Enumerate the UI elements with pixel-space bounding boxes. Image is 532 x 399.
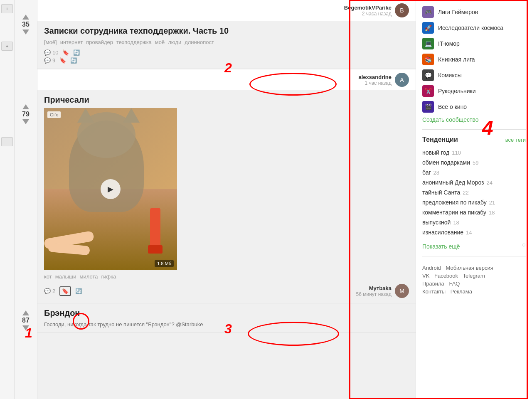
tag-people[interactable]: люди [168,39,181,45]
post-2-repost-btn[interactable]: 🔄 [75,288,82,294]
post-2-footer: 💬 2 🔖 🔄 Мутbaka 56 минут на [44,284,409,298]
community-name-comics: Комиксы [438,72,462,79]
post-1-repost-btn[interactable]: 🔄 [73,49,80,56]
post-1-save-btn[interactable]: 🔖 [62,49,69,56]
vote-up-2[interactable] [22,104,29,109]
footer-android[interactable]: Android [422,265,441,271]
repost-icon-1: 🔄 [73,49,80,56]
community-item-space[interactable]: 🚀 Исследователи космоса [422,20,526,36]
tag-gif[interactable]: гифка [101,273,116,280]
post-2-actions: 💬 2 🔖 🔄 [44,286,82,296]
post-2-author-name-top[interactable]: alexsandrine [359,74,392,80]
tag-babies[interactable]: малыши [55,273,76,280]
post-2-author-top: alexsandrine 1 час назад A [359,73,409,87]
trend-proposals[interactable]: предложения по пикабу 21 [422,197,526,207]
tag-longpost[interactable]: длиннопост [185,39,214,45]
vote-group-1: 35 [22,15,30,34]
tag-cute[interactable]: милота [80,273,98,280]
post-2-author-top-row: alexsandrine 1 час назад A [37,69,416,90]
vote-down-3[interactable] [22,325,29,330]
posts-column: 35 79 87 Begemotik [15,0,416,399]
footer-facebook[interactable]: Facebook [434,273,458,279]
post-1-author-name[interactable]: BegemotikVParike [344,5,392,11]
trends-header: Тенденции все теги [422,136,526,143]
trend-name-santa: тайный Санта [422,189,460,196]
play-button[interactable]: ▶ [101,179,121,199]
save-icon-2: 🔖 [62,288,69,294]
footer-rules[interactable]: Правила [422,281,444,287]
community-item-comics[interactable]: 💬 Комиксы [422,67,526,83]
community-icon-it: 💻 [422,38,434,49]
post-1-comments-btn-2[interactable]: 💬 9 [44,57,55,64]
footer-row-1: Android Мобильная версия [422,265,526,271]
post-2-save-btn[interactable]: 🔖 [59,286,71,296]
community-item-books[interactable]: 📚 Книжная лига [422,52,526,67]
comment-icon-1: 💬 [44,49,51,56]
footer-faq[interactable]: FAQ [449,281,460,287]
community-item-it[interactable]: 💻 IT-юмор [422,36,526,52]
tag-support[interactable]: техподдержка [116,39,152,45]
post-1-title[interactable]: Записки сотрудника техподдержки. Часть 1… [44,26,409,36]
post-2-comments-btn[interactable]: 💬 2 [44,288,55,294]
trend-santa[interactable]: тайный Санта 22 [422,187,526,197]
footer-row-4: Контакты Реклама [422,288,526,295]
post-3-title[interactable]: Брэндон [44,308,409,318]
sidebar-divider-2 [422,256,526,256]
loading-indicator: ○ [522,241,526,249]
community-list: 🎮 Лига Геймеров 🚀 Исследователи космоса … [422,4,526,123]
footer-ads[interactable]: Реклама [451,288,472,295]
trend-ded-moroz[interactable]: анонимный Дед Мороз 24 [422,177,526,187]
trend-new-year[interactable]: новый год 110 [422,148,526,158]
trend-comments[interactable]: комментарии на пикабу 18 [422,207,526,217]
vote-up-1[interactable] [22,15,29,20]
post-2-avatar-top[interactable]: A [395,73,409,87]
minus-button[interactable]: − [1,137,13,146]
tag-internet[interactable]: интернет [60,39,83,45]
trend-name-comments: комментарии на пикабу [422,209,486,216]
vote-down-1[interactable] [22,30,29,34]
post-2-author-time: 56 минут назад [356,291,392,297]
post-1-comment-count-2: 9 [52,57,55,64]
footer-mobile[interactable]: Мобильная версия [446,265,493,271]
post-1-comments-btn[interactable]: 💬 10 [44,49,58,56]
community-item-crafts[interactable]: ✂️ Рукодельники [422,83,526,99]
vote-down-2[interactable] [22,119,29,124]
trend-count-ded-moroz: 24 [486,180,492,186]
post-1-avatar[interactable]: B [395,3,409,17]
footer-links: Android Мобильная версия VK Facebook Tel… [422,265,526,295]
post-2-title[interactable]: Причесали [44,95,409,105]
create-community-link[interactable]: Создать сообщество [422,116,478,123]
post-2-comment-count: 2 [52,288,55,294]
community-icon-space: 🚀 [422,22,434,34]
vote-up-3[interactable] [22,310,29,315]
post-1-repost-btn-2[interactable]: 🔄 [70,57,77,64]
footer-telegram[interactable]: Telegram [463,273,485,279]
tag-cat[interactable]: кот [44,273,52,280]
trend-name-ded-moroz: анонимный Дед Мороз [422,179,484,186]
footer-row-3: Правила FAQ [422,281,526,287]
post-2-author-name[interactable]: Мутbaka [356,285,392,291]
footer-vk[interactable]: VK [422,273,429,279]
post-1-save-btn-2[interactable]: 🔖 [59,57,66,64]
vote-group-2: 79 [22,104,30,124]
tag-moe2[interactable]: моё [155,39,165,45]
post-2-avatar[interactable]: М [395,284,409,298]
trend-count-bug: 28 [433,170,439,176]
add-button-mid[interactable]: + [1,42,13,51]
community-item-gaming[interactable]: 🎮 Лига Геймеров [422,4,526,20]
tag-provider[interactable]: провайдер [86,39,113,45]
community-item-cinema[interactable]: 🎬 Всё о кино [422,99,526,115]
footer-contacts[interactable]: Контакты [422,288,446,295]
community-icon-crafts: ✂️ [422,85,434,97]
trend-violence[interactable]: изнасилование 14 [422,227,526,237]
community-name-crafts: Рукодельники [438,88,476,94]
tag-moe[interactable]: [моё] [44,39,57,45]
trends-section: Тенденции все теги новый год 110 обмен п… [422,136,526,250]
trend-gifts[interactable]: обмен подарками 59 [422,158,526,167]
post-2-gif[interactable]: Gifx ▶ 1.8 Мб [44,108,177,270]
trend-bug[interactable]: баг 28 [422,167,526,177]
trend-graduation[interactable]: выпускной 18 [422,217,526,227]
show-more-link[interactable]: Показать ещё [422,243,460,250]
all-tags-link[interactable]: все теги [505,137,526,143]
add-button-top[interactable]: + [1,4,13,13]
